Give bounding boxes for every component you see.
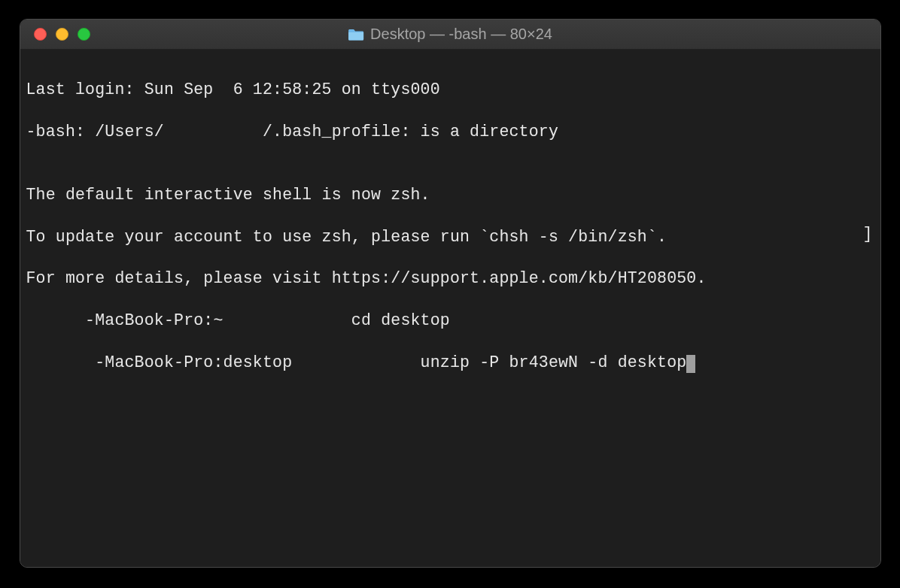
window-title-text: Desktop — -bash — 80×24 (370, 26, 552, 43)
terminal-line-text: -MacBook-Pro:desktop unzip -P br43ewN -d… (26, 353, 687, 371)
close-button[interactable] (34, 28, 47, 41)
window-title: Desktop — -bash — 80×24 (348, 26, 552, 43)
terminal-line: -MacBook-Pro:~ cd desktop (26, 311, 874, 332)
window-titlebar[interactable]: Desktop — -bash — 80×24 (20, 20, 880, 50)
terminal-window: Desktop — -bash — 80×24 Last login: Sun … (20, 19, 881, 568)
terminal-right-edge: ] (862, 224, 872, 245)
terminal-body[interactable]: Last login: Sun Sep 6 12:58:25 on ttys00… (20, 50, 880, 567)
terminal-line: For more details, please visit https://s… (26, 268, 874, 289)
terminal-line: The default interactive shell is now zsh… (26, 185, 874, 206)
folder-icon (348, 28, 364, 41)
terminal-current-line: -MacBook-Pro:desktop unzip -P br43ewN -d… (26, 353, 874, 374)
terminal-line: Last login: Sun Sep 6 12:58:25 on ttys00… (26, 80, 874, 101)
traffic-lights (20, 28, 90, 41)
maximize-button[interactable] (78, 28, 90, 41)
minimize-button[interactable] (56, 28, 68, 41)
terminal-cursor (686, 355, 695, 373)
terminal-line: To update your account to use zsh, pleas… (26, 227, 874, 248)
terminal-line: -bash: /Users/ /.bash_profile: is a dire… (26, 122, 874, 143)
